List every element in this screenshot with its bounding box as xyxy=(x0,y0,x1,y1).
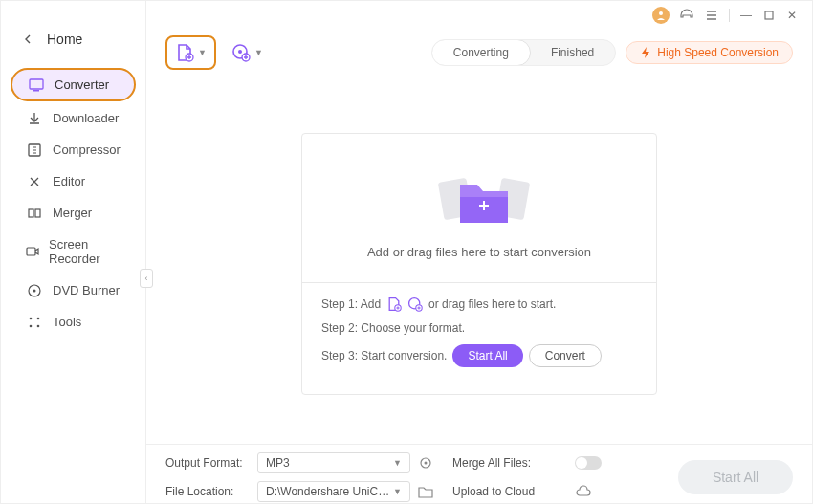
dropzone-title: Add or drag files here to start conversi… xyxy=(321,245,637,259)
svg-rect-0 xyxy=(30,79,43,89)
sidebar-item-merger[interactable]: Merger xyxy=(11,198,136,228)
upload-label: Upload to Cloud xyxy=(452,485,567,498)
folder-illustration xyxy=(431,161,527,228)
svg-point-26 xyxy=(425,462,428,465)
select-value: MP3 xyxy=(266,456,290,470)
user-icon xyxy=(656,11,666,20)
merge-toggle[interactable] xyxy=(575,456,602,470)
button-label: Convert xyxy=(545,349,585,362)
avatar[interactable] xyxy=(652,7,670,24)
svg-rect-1 xyxy=(33,90,39,92)
sidebar-item-tools[interactable]: Tools xyxy=(11,307,136,337)
dropzone-target[interactable]: Add or drag files here to start conversi… xyxy=(302,134,656,282)
sidebar-item-label: Tools xyxy=(53,315,81,329)
add-file-icon xyxy=(386,296,402,312)
add-file-icon xyxy=(175,43,194,62)
step-text: Step 2: Choose your format. xyxy=(321,321,465,335)
chevron-down-icon: ▼ xyxy=(393,487,402,496)
svg-point-16 xyxy=(238,50,242,54)
content: Add or drag files here to start conversi… xyxy=(146,76,812,444)
convert-button[interactable]: Convert xyxy=(529,344,602,367)
step-text: Step 3: Start conversion. xyxy=(321,349,447,362)
add-file-button[interactable]: ▼ xyxy=(165,35,216,70)
main: — ✕ ▼ ▼ Converting Finished High Speed C… xyxy=(146,1,812,503)
svg-rect-3 xyxy=(29,209,33,217)
output-format-label: Output Format: xyxy=(165,456,250,470)
lightning-icon xyxy=(640,47,651,58)
button-label: Start All xyxy=(468,349,507,362)
start-all-main-button[interactable]: Start All xyxy=(678,460,793,494)
svg-rect-21 xyxy=(483,201,485,210)
sidebar-item-label: Editor xyxy=(53,174,85,188)
select-value: D:\Wondershare UniConverter 1 xyxy=(266,485,390,498)
converter-icon xyxy=(28,78,45,92)
tab-label: Converting xyxy=(453,46,509,59)
editor-icon xyxy=(26,175,43,188)
divider xyxy=(729,9,730,22)
file-location-label: File Location: xyxy=(165,485,250,498)
sidebar: Home Converter Downloader Compressor Edi… xyxy=(1,1,146,503)
close-button[interactable]: ✕ xyxy=(785,9,799,22)
chevron-down-icon: ▼ xyxy=(198,48,207,57)
add-dvd-icon xyxy=(407,296,423,312)
step-1: Step 1: Add or drag files here to start. xyxy=(321,296,637,312)
svg-rect-5 xyxy=(27,248,35,255)
output-format-select[interactable]: MP3 ▼ xyxy=(257,452,410,473)
svg-point-9 xyxy=(37,317,40,319)
sidebar-item-label: Compressor xyxy=(53,142,121,157)
maximize-button[interactable] xyxy=(762,9,776,22)
sidebar-item-downloader[interactable]: Downloader xyxy=(11,103,136,133)
svg-point-7 xyxy=(33,289,36,292)
tools-icon xyxy=(26,316,43,329)
download-icon xyxy=(26,112,43,125)
folder-open-icon[interactable] xyxy=(418,485,445,498)
chevron-down-icon: ▼ xyxy=(393,458,402,468)
svg-rect-13 xyxy=(765,11,773,19)
sidebar-item-label: Merger xyxy=(53,206,92,220)
file-location-select[interactable]: D:\Wondershare UniConverter 1 ▼ xyxy=(257,481,410,502)
sidebar-item-label: DVD Burner xyxy=(53,283,120,297)
home-link[interactable]: Home xyxy=(1,24,145,55)
step-2: Step 2: Choose your format. xyxy=(321,321,637,335)
sidebar-item-editor[interactable]: Editor xyxy=(11,166,136,196)
sidebar-item-screen-recorder[interactable]: Screen Recorder xyxy=(11,230,136,274)
high-speed-badge[interactable]: High Speed Conversion xyxy=(626,41,793,64)
tab-converting[interactable]: Converting xyxy=(431,39,531,66)
steps: Step 1: Add or drag files here to start.… xyxy=(302,282,656,394)
chevron-left-icon: ‹ xyxy=(145,274,148,283)
svg-point-10 xyxy=(30,324,33,327)
start-all-button[interactable]: Start All xyxy=(452,344,522,367)
toolbar: ▼ ▼ Converting Finished High Speed Conve… xyxy=(146,30,812,76)
cloud-icon[interactable] xyxy=(575,485,670,498)
dvd-icon xyxy=(26,284,43,297)
step-3: Step 3: Start conversion. Start All Conv… xyxy=(321,344,637,367)
compress-icon xyxy=(26,143,43,157)
menu-icon[interactable] xyxy=(704,8,719,23)
minimize-button[interactable]: — xyxy=(739,9,753,22)
tab-group: Converting Finished xyxy=(431,39,616,66)
chevron-down-icon: ▼ xyxy=(254,48,263,57)
svg-point-8 xyxy=(30,317,33,319)
step-text: or drag files here to start. xyxy=(428,297,556,311)
add-dvd-button[interactable]: ▼ xyxy=(226,37,269,68)
sidebar-item-label: Screen Recorder xyxy=(49,237,121,266)
footer: Output Format: MP3 ▼ Merge All Files: St… xyxy=(146,444,812,503)
recorder-icon xyxy=(26,245,39,258)
collapse-handle[interactable]: ‹ xyxy=(140,269,153,288)
sidebar-item-compressor[interactable]: Compressor xyxy=(11,135,136,164)
support-icon[interactable] xyxy=(679,8,694,23)
settings-icon[interactable] xyxy=(418,455,445,471)
dropzone[interactable]: Add or drag files here to start conversi… xyxy=(301,133,657,395)
tab-finished[interactable]: Finished xyxy=(530,40,615,65)
home-label: Home xyxy=(47,32,82,47)
sidebar-item-converter[interactable]: Converter xyxy=(11,68,136,101)
merge-label: Merge All Files: xyxy=(452,456,567,470)
sidebar-item-label: Converter xyxy=(55,77,109,92)
badge-label: High Speed Conversion xyxy=(657,46,779,59)
tab-label: Finished xyxy=(551,46,594,59)
add-dvd-icon xyxy=(231,43,251,62)
svg-point-11 xyxy=(37,324,40,327)
sidebar-item-dvd-burner[interactable]: DVD Burner xyxy=(11,275,136,305)
svg-point-12 xyxy=(659,11,663,15)
sidebar-item-label: Downloader xyxy=(53,111,119,125)
